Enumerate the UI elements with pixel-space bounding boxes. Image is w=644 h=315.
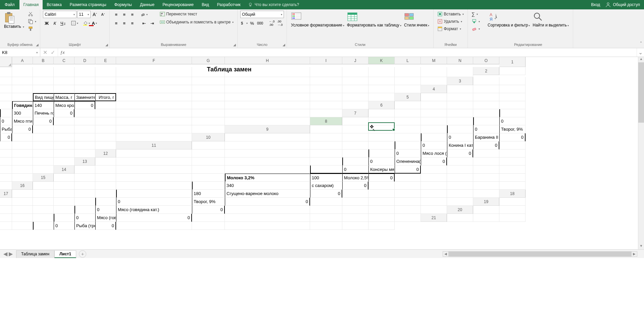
copy-button[interactable]: ▾ bbox=[27, 18, 37, 25]
cell-D1[interactable] bbox=[54, 67, 75, 77]
tell-me-search[interactable]: Что вы хотите сделать? bbox=[248, 2, 299, 7]
cell-D6[interactable] bbox=[473, 101, 499, 109]
cell-L3[interactable] bbox=[310, 85, 342, 93]
cell-D17[interactable] bbox=[75, 190, 95, 198]
cell-F10[interactable] bbox=[421, 133, 447, 141]
horizontal-scrollbar[interactable]: ◀▶ bbox=[443, 251, 637, 257]
cell-O10[interactable] bbox=[95, 141, 116, 149]
cell-B17[interactable] bbox=[33, 190, 54, 198]
cell-A1[interactable] bbox=[0, 67, 12, 77]
wrap-text-button[interactable]: abcПеренести текст bbox=[159, 11, 235, 17]
cell-M19[interactable] bbox=[368, 206, 395, 214]
cell-K21[interactable] bbox=[192, 222, 225, 230]
cell-G4[interactable]: Масса, г bbox=[54, 93, 75, 101]
cell-K20[interactable] bbox=[225, 214, 310, 222]
cell-N15[interactable] bbox=[499, 174, 526, 182]
row-header-19[interactable]: 19 bbox=[473, 198, 499, 206]
cell-D15[interactable] bbox=[116, 174, 192, 182]
increase-font-button[interactable]: A˄ bbox=[91, 11, 99, 18]
row-header-1[interactable]: 1 bbox=[499, 57, 526, 67]
cell-L11[interactable] bbox=[12, 149, 33, 158]
share-button[interactable]: Общий доступ bbox=[605, 2, 640, 7]
cut-button[interactable] bbox=[27, 11, 37, 17]
cell-E18[interactable] bbox=[75, 198, 95, 206]
col-header-I[interactable]: I bbox=[310, 57, 342, 64]
cell-N17[interactable] bbox=[447, 190, 473, 198]
cell-M20[interactable] bbox=[342, 214, 368, 222]
cell-B9[interactable] bbox=[342, 125, 368, 133]
cell-O17[interactable] bbox=[473, 190, 499, 198]
underline-button[interactable]: Ч▾ bbox=[59, 19, 66, 27]
cell-N10[interactable] bbox=[75, 141, 95, 149]
format-cells-button[interactable]: Формат▾ bbox=[436, 25, 462, 32]
col-header-N[interactable]: N bbox=[447, 57, 473, 64]
cell-L4[interactable] bbox=[225, 93, 310, 101]
cell-I1[interactable] bbox=[225, 67, 310, 77]
decrease-font-button[interactable]: A˅ bbox=[99, 11, 107, 18]
cell-O18[interactable] bbox=[447, 198, 473, 206]
cell-M5[interactable] bbox=[225, 101, 310, 109]
row-header-18[interactable]: 18 bbox=[499, 190, 526, 198]
cell-F16[interactable] bbox=[192, 182, 225, 190]
cell-O14[interactable] bbox=[12, 174, 33, 182]
cell-I20[interactable]: 0 bbox=[116, 214, 192, 222]
row-header-6[interactable]: 6 bbox=[368, 101, 395, 109]
cell-G9[interactable]: 0 bbox=[473, 125, 499, 133]
cell-M7[interactable] bbox=[116, 117, 192, 125]
cell-N11[interactable] bbox=[54, 149, 75, 158]
increase-indent-button[interactable]: ⇥ bbox=[148, 19, 156, 27]
cell-N3[interactable] bbox=[368, 85, 395, 93]
cell-K1[interactable] bbox=[342, 67, 368, 77]
cell-B10[interactable] bbox=[310, 133, 342, 141]
cell-J12[interactable] bbox=[473, 149, 499, 158]
cell-O1[interactable] bbox=[447, 67, 473, 77]
cell-H19[interactable]: Мясо (говядина кат.) bbox=[116, 206, 192, 214]
cell-L13[interactable] bbox=[499, 158, 526, 166]
cell-G16[interactable]: 340 bbox=[225, 182, 310, 190]
cell-J19[interactable] bbox=[225, 206, 310, 214]
cell-N16[interactable] bbox=[473, 182, 499, 190]
col-header-O[interactable]: O bbox=[473, 57, 499, 64]
cell-E19[interactable] bbox=[54, 206, 75, 214]
cell-J14[interactable] bbox=[421, 166, 447, 174]
borders-button[interactable]: ▾ bbox=[71, 19, 78, 27]
cell-E3[interactable] bbox=[33, 85, 54, 93]
cell-H5[interactable]: Мясо кролика bbox=[54, 101, 75, 109]
cell-J16[interactable] bbox=[368, 182, 395, 190]
cell-N20[interactable] bbox=[368, 214, 395, 222]
cell-B20[interactable] bbox=[499, 206, 526, 214]
cell-M11[interactable] bbox=[33, 149, 54, 158]
cell-B1[interactable] bbox=[12, 67, 33, 77]
col-header-L[interactable]: L bbox=[395, 57, 421, 64]
cell-C2[interactable] bbox=[12, 77, 33, 85]
col-header-M[interactable]: M bbox=[421, 57, 447, 64]
cell-E11[interactable] bbox=[368, 141, 395, 149]
cell-C9[interactable] bbox=[368, 125, 395, 133]
cell-N13[interactable] bbox=[12, 166, 33, 174]
cell-G7[interactable]: 0 bbox=[0, 117, 12, 125]
select-all-button[interactable] bbox=[0, 57, 12, 67]
cell-D10[interactable] bbox=[368, 133, 395, 141]
cell-E15[interactable] bbox=[192, 174, 225, 182]
cell-O8[interactable] bbox=[192, 125, 225, 133]
cell-L1[interactable] bbox=[368, 67, 395, 77]
cell-C14[interactable] bbox=[116, 166, 192, 174]
cell-I11[interactable]: 0 bbox=[473, 141, 499, 149]
col-header-C[interactable]: C bbox=[54, 57, 75, 64]
row-header-14[interactable]: 14 bbox=[54, 166, 75, 174]
expand-formula-bar-button[interactable]: ⌄ bbox=[637, 48, 644, 57]
cell-B18[interactable] bbox=[12, 198, 33, 206]
cell-G12[interactable]: 0 bbox=[395, 149, 421, 158]
col-header-J[interactable]: J bbox=[342, 57, 368, 64]
cell-G19[interactable]: 0 bbox=[95, 206, 116, 214]
cell-F3[interactable] bbox=[54, 85, 75, 93]
row-header-4[interactable]: 4 bbox=[421, 85, 447, 93]
add-sheet-button[interactable]: + bbox=[79, 250, 86, 258]
cell-O19[interactable] bbox=[421, 206, 447, 214]
cell-J17[interactable] bbox=[342, 190, 368, 198]
name-box[interactable]: K8▾ bbox=[0, 48, 40, 57]
cell-I17[interactable]: 0 bbox=[310, 190, 342, 198]
cell-J5[interactable] bbox=[95, 101, 116, 109]
align-right-button[interactable]: ≡ bbox=[129, 19, 136, 27]
cell-O2[interactable] bbox=[421, 77, 447, 85]
